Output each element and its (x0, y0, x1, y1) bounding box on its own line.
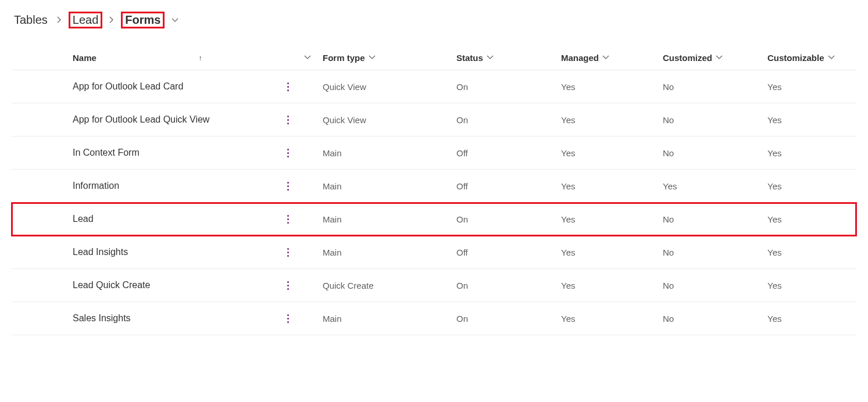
chevron-down-icon[interactable] (172, 13, 178, 27)
column-label: Managed (561, 53, 599, 63)
cell-status: On (456, 82, 561, 92)
chevron-down-icon (602, 54, 609, 62)
chevron-down-icon (487, 54, 494, 62)
table-row[interactable]: Sales Insights Main On Yes No Yes (12, 302, 856, 335)
cell-status: On (456, 281, 561, 290)
table-row[interactable]: Lead Insights Main Off Yes No Yes (12, 236, 856, 269)
cell-formtype: Main (323, 148, 456, 158)
cell-customized: Yes (663, 181, 767, 191)
row-name-link[interactable]: In Context Form (73, 148, 140, 158)
chevron-down-icon (304, 54, 311, 62)
cell-customized: No (663, 148, 767, 158)
column-header-formtype[interactable]: Form type (323, 53, 456, 63)
table-row[interactable]: Lead Quick Create Quick Create On Yes No… (12, 269, 856, 302)
cell-customizable: Yes (767, 314, 868, 324)
breadcrumb-tables[interactable]: Tables (12, 12, 50, 28)
more-actions-icon[interactable] (282, 213, 294, 225)
cell-managed: Yes (561, 214, 663, 224)
cell-status: Off (456, 148, 561, 158)
cell-managed: Yes (561, 148, 663, 158)
cell-formtype: Quick View (323, 115, 456, 125)
cell-customizable: Yes (767, 181, 868, 191)
breadcrumb: Tables Lead Forms (12, 12, 856, 28)
row-name-link[interactable]: Lead Insights (73, 247, 128, 257)
cell-status: On (456, 115, 561, 125)
table-row[interactable]: Lead Main On Yes No Yes (12, 203, 856, 236)
cell-customizable: Yes (767, 115, 868, 125)
column-label: Form type (323, 53, 365, 63)
cell-managed: Yes (561, 281, 663, 290)
cell-formtype: Main (323, 214, 456, 224)
chevron-right-icon (108, 15, 115, 26)
cell-customizable: Yes (767, 281, 868, 290)
cell-customizable: Yes (767, 148, 868, 158)
table-header-row: Name ↑ Form type Status Managed Customiz… (12, 46, 856, 70)
more-actions-icon[interactable] (282, 147, 294, 159)
cell-customizable: Yes (767, 214, 868, 224)
column-label: Customized (663, 53, 712, 63)
row-name-link[interactable]: Lead (73, 214, 94, 224)
breadcrumb-forms[interactable]: Forms (121, 12, 165, 28)
cell-customizable: Yes (767, 82, 868, 92)
more-actions-icon[interactable] (282, 114, 294, 125)
chevron-right-icon (56, 15, 63, 26)
cell-customized: No (663, 281, 767, 290)
cell-formtype: Main (323, 247, 456, 257)
breadcrumb-lead[interactable]: Lead (69, 12, 103, 28)
cell-managed: Yes (561, 314, 663, 324)
column-header-customized[interactable]: Customized (663, 53, 767, 63)
table-row[interactable]: App for Outlook Lead Card Quick View On … (12, 70, 856, 103)
cell-customizable: Yes (767, 247, 868, 257)
cell-status: On (456, 214, 561, 224)
chevron-down-icon (828, 54, 835, 62)
table-row[interactable]: In Context Form Main Off Yes No Yes (12, 137, 856, 170)
cell-status: On (456, 314, 561, 324)
more-actions-icon[interactable] (282, 313, 294, 324)
row-name-link[interactable]: Lead Quick Create (73, 280, 150, 290)
chevron-down-icon (716, 54, 723, 62)
cell-formtype: Quick Create (323, 281, 456, 290)
cell-customized: No (663, 314, 767, 324)
column-header-managed[interactable]: Managed (561, 53, 663, 63)
cell-status: Off (456, 247, 561, 257)
cell-customized: No (663, 115, 767, 125)
more-actions-icon[interactable] (282, 279, 294, 291)
cell-formtype: Main (323, 314, 456, 324)
column-header-name[interactable]: Name ↑ (73, 53, 323, 63)
column-label: Customizable (767, 53, 824, 63)
cell-customized: No (663, 214, 767, 224)
cell-managed: Yes (561, 115, 663, 125)
row-name-link[interactable]: Information (73, 181, 119, 191)
sort-ascending-icon: ↑ (198, 54, 202, 62)
column-label: Status (456, 53, 483, 63)
column-label: Name (73, 53, 97, 63)
cell-managed: Yes (561, 247, 663, 257)
row-name-link[interactable]: App for Outlook Lead Card (73, 81, 183, 92)
column-header-customizable[interactable]: Customizable (767, 53, 868, 63)
cell-managed: Yes (561, 181, 663, 191)
more-actions-icon[interactable] (282, 246, 294, 258)
row-name-link[interactable]: Sales Insights (73, 313, 131, 324)
cell-customized: No (663, 82, 767, 92)
table-row[interactable]: App for Outlook Lead Quick View Quick Vi… (12, 103, 856, 137)
row-name-link[interactable]: App for Outlook Lead Quick View (73, 114, 209, 125)
cell-status: Off (456, 181, 561, 191)
forms-table: Name ↑ Form type Status Managed Customiz… (12, 46, 856, 335)
more-actions-icon[interactable] (282, 180, 294, 192)
cell-formtype: Main (323, 181, 456, 191)
chevron-down-icon (369, 54, 376, 62)
cell-customized: No (663, 247, 767, 257)
more-actions-icon[interactable] (282, 81, 294, 92)
column-header-status[interactable]: Status (456, 53, 561, 63)
cell-formtype: Quick View (323, 82, 456, 92)
cell-managed: Yes (561, 82, 663, 92)
table-row[interactable]: Information Main Off Yes Yes Yes (12, 170, 856, 203)
